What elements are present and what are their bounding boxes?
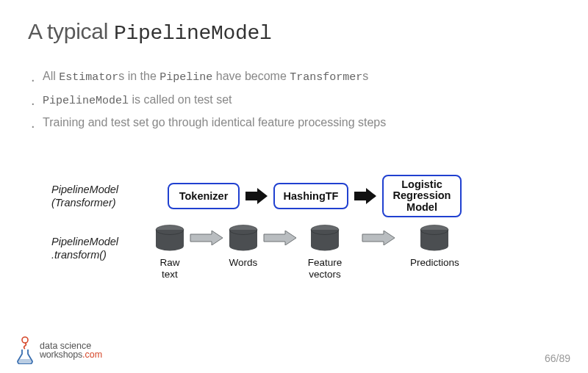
arrow-icon: [245, 188, 268, 204]
slide: A typical PipelineModel All Estimators i…: [0, 0, 588, 373]
bullet-item: All Estimators in the Pipeline have beco…: [28, 65, 560, 89]
title-code: PipelineModel: [114, 22, 272, 45]
row-label-transform: PipelineModel .transform(): [51, 225, 147, 261]
brand-text: data science workshops.com: [40, 341, 102, 360]
box-tokenizer: Tokenizer: [168, 183, 240, 209]
data-label: Feature vectors: [308, 257, 343, 280]
slide-title: A typical PipelineModel: [28, 19, 560, 45]
data-label: Words: [229, 257, 258, 269]
data-col-words: Words: [228, 225, 259, 269]
cylinder-icon: [154, 225, 185, 253]
page-number: 66/89: [545, 352, 570, 364]
pipeline-diagram: PipelineModel (Transformer) Tokenizer Ha…: [51, 170, 551, 298]
row-label-transformer: PipelineModel (Transformer): [51, 183, 147, 209]
bullet-item: PipelineModel is called on test set: [28, 89, 560, 112]
bullet-list: All Estimators in the Pipeline have beco…: [28, 65, 560, 134]
diagram-row-transformer: PipelineModel (Transformer) Tokenizer Ha…: [51, 170, 551, 222]
cylinder-icon: [419, 225, 450, 253]
data-label: Raw text: [159, 257, 179, 280]
arrow-icon: [362, 225, 395, 245]
footer: data science workshops.com 66/89: [15, 336, 570, 364]
data-col-rawtext: Raw text: [154, 225, 185, 280]
arrow-icon: [190, 225, 223, 245]
cylinder-icon: [309, 225, 340, 253]
data-col-feature-vectors: Feature vectors: [301, 225, 348, 280]
cylinder-icon: [228, 225, 259, 253]
svg-point-8: [22, 337, 28, 343]
box-logistic-regression: Logistic Regression Model: [382, 175, 462, 217]
data-label: Predictions: [410, 257, 459, 269]
arrow-icon: [354, 188, 376, 204]
data-col-predictions: Predictions: [410, 225, 459, 269]
diagram-row-transform: PipelineModel .transform() Raw text: [51, 225, 551, 298]
flask-icon: [15, 336, 35, 364]
box-hashingtf: HashingTF: [273, 183, 348, 209]
brand-logo: data science workshops.com: [15, 336, 102, 364]
arrow-icon: [263, 225, 297, 245]
bullet-item: Training and test set go through identic…: [28, 112, 560, 134]
title-text: A typical: [28, 19, 114, 43]
